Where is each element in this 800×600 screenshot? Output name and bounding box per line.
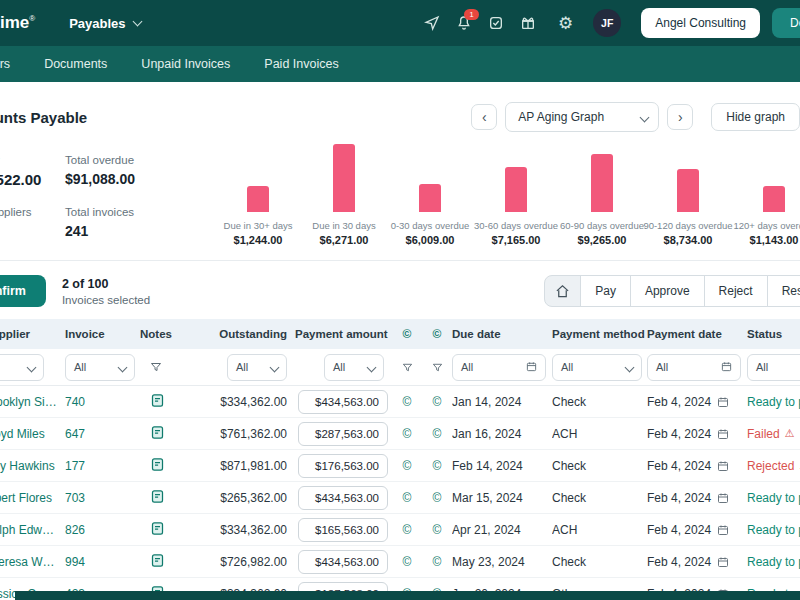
currency-icon[interactable]: ©	[422, 395, 452, 409]
approve-button[interactable]: Approve	[630, 275, 705, 307]
invoice-link[interactable]: 826	[65, 523, 140, 537]
currency-icon[interactable]: ©	[422, 327, 452, 341]
product-menu-payables[interactable]: Payables	[69, 16, 140, 31]
col-status[interactable]: Status	[747, 328, 800, 340]
calendar-icon[interactable]	[717, 556, 729, 568]
calendar-icon[interactable]	[717, 492, 729, 504]
invoice-link[interactable]: 994	[65, 555, 140, 569]
home-button[interactable]	[544, 275, 581, 307]
col-invoice[interactable]: Invoice	[65, 328, 140, 340]
company-switcher-button[interactable]: Angel Consulting	[641, 8, 760, 38]
supplier-link[interactable]: Guy Hawkins	[0, 459, 65, 473]
table-row[interactable]: Floyd Miles 647 $761,362.00 © © Jan 16, …	[0, 418, 800, 450]
payment-amount-input[interactable]	[298, 486, 388, 510]
supplier-filter[interactable]: All	[0, 354, 44, 381]
currency-icon[interactable]: ©	[422, 523, 452, 537]
col-notes[interactable]: Notes	[140, 328, 210, 340]
table-row[interactable]: Guy Hawkins 177 $871,981.00 © © Feb 14, …	[0, 450, 800, 482]
calendar-icon[interactable]	[717, 428, 729, 440]
note-icon[interactable]	[150, 397, 165, 411]
table-row[interactable]: Albert Flores 703 $265,362.00 © © Mar 15…	[0, 482, 800, 514]
avatar[interactable]: JF	[593, 9, 621, 37]
payment-amount-input[interactable]	[298, 518, 388, 542]
hide-graph-button[interactable]: Hide graph	[711, 103, 800, 131]
currency-icon[interactable]: ©	[422, 555, 452, 569]
table-row[interactable]: Brooklyn Simmons 740 $334,362.00 © © Jan…	[0, 386, 800, 418]
invoice-link[interactable]: 647	[65, 427, 140, 441]
invoice-link[interactable]: 740	[65, 395, 140, 409]
reject-button[interactable]: Reject	[704, 275, 768, 307]
invoice-link[interactable]: 177	[65, 459, 140, 473]
tab-documents[interactable]: Documents	[44, 57, 107, 71]
supplier-link[interactable]: Theresa Webb	[0, 555, 65, 569]
confirm-button[interactable]: Confirm	[0, 275, 46, 307]
graph-next-button[interactable]: ›	[667, 104, 693, 130]
payment-amount-input[interactable]	[298, 422, 388, 446]
currency-icon[interactable]: ©	[422, 491, 452, 505]
note-icon[interactable]	[150, 557, 165, 571]
gift-icon[interactable]	[518, 13, 538, 33]
graph-prev-button[interactable]: ‹	[471, 104, 497, 130]
currency-icon[interactable]: ©	[392, 555, 422, 569]
currency-icon[interactable]: ©	[392, 523, 422, 537]
calendar-icon[interactable]	[717, 460, 729, 472]
payment-date-filter[interactable]: All	[647, 354, 741, 381]
col-payment-date[interactable]: Payment date	[647, 328, 747, 340]
col-due-date[interactable]: Due date	[452, 328, 552, 340]
pay-button[interactable]: Pay	[580, 275, 631, 307]
payment-amount-input[interactable]	[298, 550, 388, 574]
status-filter[interactable]: All	[747, 354, 800, 381]
method-filter[interactable]: All	[552, 354, 642, 381]
tab-suppliers[interactable]: Suppliers	[0, 57, 10, 71]
payment-amount-input[interactable]	[298, 454, 388, 478]
payment-date-value[interactable]: Feb 4, 2024	[647, 459, 747, 473]
currency-icon[interactable]: ©	[392, 327, 422, 341]
col-payment-method[interactable]: Payment method	[552, 328, 647, 340]
approvals-check-icon[interactable]	[486, 13, 506, 33]
col-payment-amount[interactable]: Payment amount	[295, 328, 392, 340]
graph-type-select[interactable]: AP Aging Graph	[505, 102, 659, 132]
currency-filter-icon[interactable]	[392, 362, 422, 373]
currency-icon[interactable]: ©	[392, 491, 422, 505]
calendar-icon[interactable]	[717, 396, 729, 408]
note-icon[interactable]	[150, 525, 165, 539]
outstanding-filter[interactable]: All	[227, 354, 287, 381]
payment-amount-input[interactable]	[298, 390, 388, 414]
tab-unpaid-invoices[interactable]: Unpaid Invoices	[141, 57, 230, 71]
notes-filter-icon[interactable]	[140, 361, 210, 373]
reschedule-button[interactable]: Reschedule	[767, 275, 800, 307]
payment-date-value[interactable]: Feb 4, 2024	[647, 427, 747, 441]
tab-paid-invoices[interactable]: Paid Invoices	[264, 57, 338, 71]
brand-logo[interactable]: paytime®	[0, 13, 35, 33]
currency-icon[interactable]: ©	[392, 459, 422, 473]
note-icon[interactable]	[150, 429, 165, 443]
supplier-link[interactable]: Floyd Miles	[0, 427, 65, 441]
payment-date-value[interactable]: Feb 4, 2024	[647, 395, 747, 409]
col-supplier[interactable]: Supplier	[0, 328, 65, 340]
payment-date-value[interactable]: Feb 4, 2024	[647, 555, 747, 569]
calendar-icon[interactable]	[717, 524, 729, 536]
currency-filter-icon[interactable]	[422, 362, 452, 373]
invoice-link[interactable]: 703	[65, 491, 140, 505]
table-row[interactable]: Theresa Webb 994 $726,982.00 © © May 23,…	[0, 546, 800, 578]
supplier-link[interactable]: Brooklyn Simmons	[0, 395, 65, 409]
supplier-link[interactable]: Ralph Edwards	[0, 523, 65, 537]
demo-button[interactable]: Demo	[772, 8, 800, 38]
settings-gear-icon[interactable]: ⚙	[558, 13, 573, 34]
invoice-filter[interactable]: All	[65, 354, 135, 381]
notifications-icon[interactable]: 1	[454, 13, 474, 33]
table-row[interactable]: Ralph Edwards 826 $334,362.00 © © Apr 21…	[0, 514, 800, 546]
send-icon[interactable]	[422, 13, 442, 33]
payment-date-value[interactable]: Feb 4, 2024	[647, 523, 747, 537]
col-outstanding[interactable]: Outstanding	[210, 328, 295, 340]
currency-icon[interactable]: ©	[422, 459, 452, 473]
note-icon[interactable]	[150, 461, 165, 475]
currency-icon[interactable]: ©	[392, 395, 422, 409]
currency-icon[interactable]: ©	[392, 427, 422, 441]
due-date-filter[interactable]: All	[452, 354, 546, 381]
note-icon[interactable]	[150, 493, 165, 507]
supplier-link[interactable]: Albert Flores	[0, 491, 65, 505]
amount-filter[interactable]: All	[324, 354, 384, 381]
currency-icon[interactable]: ©	[422, 427, 452, 441]
payment-date-value[interactable]: Feb 4, 2024	[647, 491, 747, 505]
